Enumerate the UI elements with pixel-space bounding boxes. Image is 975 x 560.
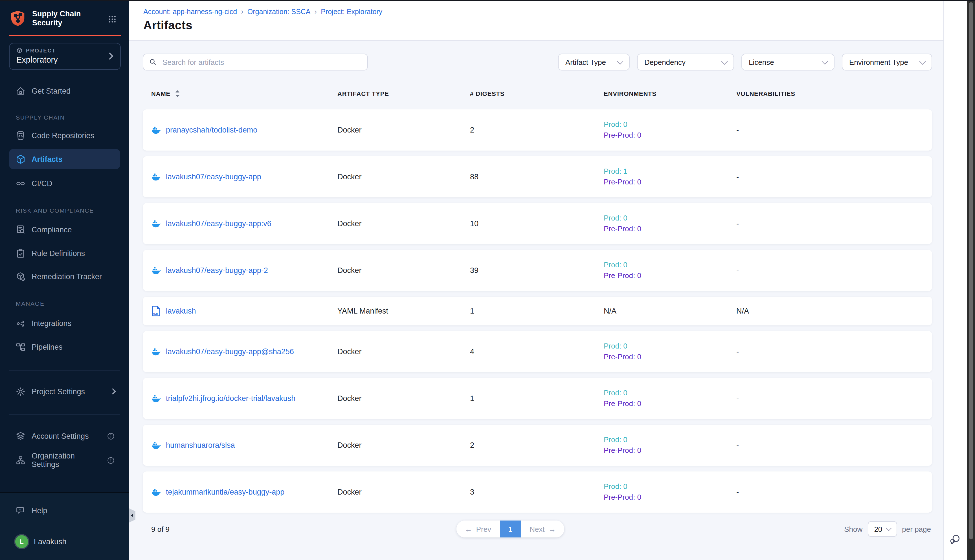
preprod-count[interactable]: Pre-Prod: 0 bbox=[604, 130, 736, 140]
environments-cell: Prod: 0 Pre-Prod: 0 bbox=[604, 341, 736, 362]
sidebar-item-project-settings[interactable]: Project Settings bbox=[9, 381, 120, 402]
sidebar-item-pipelines[interactable]: Pipelines bbox=[9, 337, 120, 357]
org-hierarchy-icon bbox=[15, 455, 26, 465]
section-label-risk-and-compliance: RISK AND COMPLIANCE bbox=[9, 207, 120, 214]
artifact-name-link[interactable]: humanshuarora/slsa bbox=[166, 441, 235, 450]
sidebar-item-get-started[interactable]: Get Started bbox=[9, 81, 120, 101]
scrollbar[interactable] bbox=[967, 0, 975, 560]
chevron-down-icon bbox=[886, 526, 891, 531]
app-title: Supply Chain Security bbox=[32, 10, 88, 28]
table-row: YML lavakush YAML Manifest 1 N/A N/A bbox=[143, 297, 932, 325]
artifact-name-link[interactable]: tejakummarikuntla/easy-buggy-app bbox=[166, 488, 284, 496]
table-row: lavakush07/easy-buggy-app:v6 Docker 10 P… bbox=[143, 203, 932, 244]
yaml-file-icon: YML bbox=[151, 306, 161, 317]
result-count: 9 of 9 bbox=[151, 525, 255, 533]
per-page-control: Show 20 per page bbox=[844, 521, 931, 537]
sidebar-item-code-repositories[interactable]: Code Repositories bbox=[9, 125, 120, 145]
page-size-select[interactable]: 20 bbox=[868, 521, 897, 537]
prev-page-button[interactable]: ← Prev bbox=[456, 520, 500, 537]
main-area: Account: app-harness-ng-cicd › Organizat… bbox=[129, 0, 943, 560]
prod-count[interactable]: Prod: 0 bbox=[604, 260, 736, 270]
digests-cell: 3 bbox=[470, 488, 604, 496]
info-icon[interactable] bbox=[107, 432, 115, 440]
breadcrumb-organization-link[interactable]: Organization: SSCA bbox=[247, 8, 311, 15]
project-name: Exploratory bbox=[17, 55, 114, 64]
artifact-name-link[interactable]: lavakush07/easy-buggy-app-2 bbox=[166, 266, 268, 275]
sidebar-item-cicd[interactable]: CI/CD bbox=[9, 173, 120, 193]
clipboard-check-icon bbox=[15, 248, 26, 258]
sidebar-item-help[interactable]: ? Help bbox=[9, 500, 120, 520]
sidebar-item-integrations[interactable]: Integrations bbox=[9, 313, 120, 333]
digests-cell: 4 bbox=[470, 347, 604, 356]
next-page-button[interactable]: Next → bbox=[521, 520, 564, 537]
code-repository-icon bbox=[15, 130, 26, 141]
gear-icon bbox=[15, 386, 26, 397]
vulnerabilities-cell: - bbox=[736, 219, 932, 228]
scrollbar-thumb[interactable] bbox=[969, 2, 973, 539]
preprod-count[interactable]: Pre-Prod: 0 bbox=[604, 270, 736, 281]
environments-cell: Prod: 0 Pre-Prod: 0 bbox=[604, 388, 736, 409]
sidebar-item-artifacts[interactable]: Artifacts bbox=[9, 149, 120, 169]
artifact-name-link[interactable]: lavakush07/easy-buggy-app bbox=[166, 173, 261, 181]
breadcrumb-separator: › bbox=[315, 7, 317, 16]
docker-icon bbox=[151, 394, 161, 403]
environment-type-filter[interactable]: Environment Type bbox=[842, 53, 932, 70]
sidebar-item-organization-settings[interactable]: Organization Settings bbox=[9, 450, 120, 470]
artifact-name-link[interactable]: lavakush07/easy-buggy-app@sha256 bbox=[166, 347, 294, 356]
artifact-name-link[interactable]: trialpfv2hi.jfrog.io/docker-trial/lavaku… bbox=[166, 394, 296, 403]
breadcrumb-account-link[interactable]: Account: app-harness-ng-cicd bbox=[143, 8, 237, 15]
sort-icon[interactable] bbox=[175, 90, 180, 98]
vulnerabilities-cell: - bbox=[736, 394, 932, 403]
chevron-right-icon bbox=[110, 388, 116, 395]
chevron-down-icon bbox=[617, 58, 623, 65]
prod-count[interactable]: Prod: 0 bbox=[604, 482, 736, 492]
artifact-type-cell: Docker bbox=[337, 441, 470, 450]
preprod-count[interactable]: Pre-Prod: 0 bbox=[604, 177, 736, 187]
preprod-count[interactable]: Pre-Prod: 0 bbox=[604, 352, 736, 362]
vulnerabilities-cell: - bbox=[736, 347, 932, 356]
pagination-bar: 9 of 9 ← Prev 1 Next → bbox=[143, 520, 932, 537]
prod-count[interactable]: Prod: 0 bbox=[604, 341, 736, 352]
brand: Supply Chain Security bbox=[0, 0, 129, 28]
user-name: Lavakush bbox=[34, 537, 67, 546]
module-grid-icon[interactable] bbox=[108, 15, 117, 24]
chat-support-icon[interactable] bbox=[949, 533, 962, 545]
preprod-count[interactable]: Pre-Prod: 0 bbox=[604, 223, 736, 234]
sidebar-item-account-settings[interactable]: Account Settings bbox=[9, 426, 120, 446]
breadcrumb-project-link[interactable]: Project: Exploratory bbox=[321, 8, 382, 15]
search-input[interactable] bbox=[161, 57, 362, 67]
sidebar-item-compliance[interactable]: Compliance bbox=[9, 219, 120, 240]
supply-chain-security-logo-icon bbox=[9, 10, 27, 27]
project-selector[interactable]: PROJECT Exploratory bbox=[9, 43, 121, 70]
preprod-count[interactable]: Pre-Prod: 0 bbox=[604, 445, 736, 456]
prod-count[interactable]: Prod: 0 bbox=[604, 435, 736, 445]
artifact-type-cell: Docker bbox=[337, 488, 470, 496]
section-label-manage: MANAGE bbox=[9, 300, 120, 307]
info-icon[interactable] bbox=[107, 456, 115, 464]
right-rail bbox=[943, 0, 967, 560]
preprod-count[interactable]: Pre-Prod: 0 bbox=[604, 492, 736, 502]
prod-count[interactable]: Prod: 1 bbox=[604, 167, 736, 177]
sidebar-item-rule-definitions[interactable]: Rule Definitions bbox=[9, 243, 120, 263]
docker-icon bbox=[151, 219, 161, 228]
sidebar-item-remediation-tracker[interactable]: Remediation Tracker bbox=[9, 266, 120, 287]
dependency-filter[interactable]: Dependency bbox=[637, 53, 734, 70]
user-menu[interactable]: L Lavakush bbox=[9, 531, 120, 552]
per-page-label: per page bbox=[902, 525, 931, 533]
prod-count[interactable]: Prod: 0 bbox=[604, 388, 736, 398]
cube-wrench-icon bbox=[15, 271, 26, 282]
artifact-name-link[interactable]: lavakush07/easy-buggy-app:v6 bbox=[166, 219, 271, 228]
prod-count[interactable]: Prod: 0 bbox=[604, 120, 736, 130]
artifact-name-link[interactable]: pranaycshah/todolist-demo bbox=[166, 126, 257, 134]
artifact-type-filter[interactable]: Artifact Type bbox=[558, 53, 630, 70]
license-filter[interactable]: License bbox=[741, 53, 835, 70]
digests-cell: 1 bbox=[470, 394, 604, 403]
artifact-name-link[interactable]: lavakush bbox=[166, 307, 196, 315]
column-digests: # DIGESTS bbox=[470, 90, 604, 97]
page-1-button[interactable]: 1 bbox=[500, 520, 521, 537]
docker-icon bbox=[151, 126, 161, 134]
artifact-type-cell: Docker bbox=[337, 126, 470, 134]
arrow-right-icon: → bbox=[549, 525, 556, 533]
preprod-count[interactable]: Pre-Prod: 0 bbox=[604, 398, 736, 409]
prod-count[interactable]: Prod: 0 bbox=[604, 213, 736, 223]
